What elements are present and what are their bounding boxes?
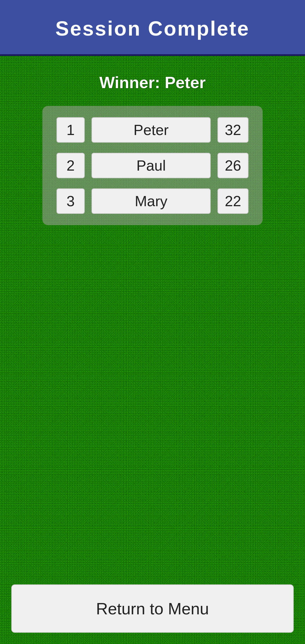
- name-cell: Mary: [91, 188, 211, 214]
- rank-cell: 1: [56, 117, 85, 143]
- scores-container: 1Peter322Paul263Mary22: [42, 106, 263, 225]
- table-row: 3Mary22: [56, 188, 249, 214]
- table-row: 1Peter32: [56, 117, 249, 143]
- score-cell: 22: [217, 188, 249, 214]
- rank-cell: 2: [56, 153, 85, 178]
- name-cell: Paul: [91, 153, 211, 178]
- return-to-menu-button[interactable]: Return to Menu: [11, 584, 294, 633]
- page-title: Session Complete: [6, 17, 299, 40]
- table-row: 2Paul26: [56, 153, 249, 178]
- name-cell: Peter: [91, 117, 211, 143]
- winner-announcement: Winner: Peter: [99, 73, 206, 92]
- header: Session Complete: [0, 0, 305, 56]
- main-content: Winner: Peter 1Peter322Paul263Mary22 Ret…: [0, 56, 305, 644]
- score-cell: 32: [217, 117, 249, 143]
- return-button-container: Return to Menu: [0, 584, 305, 633]
- rank-cell: 3: [56, 188, 85, 214]
- score-cell: 26: [217, 153, 249, 178]
